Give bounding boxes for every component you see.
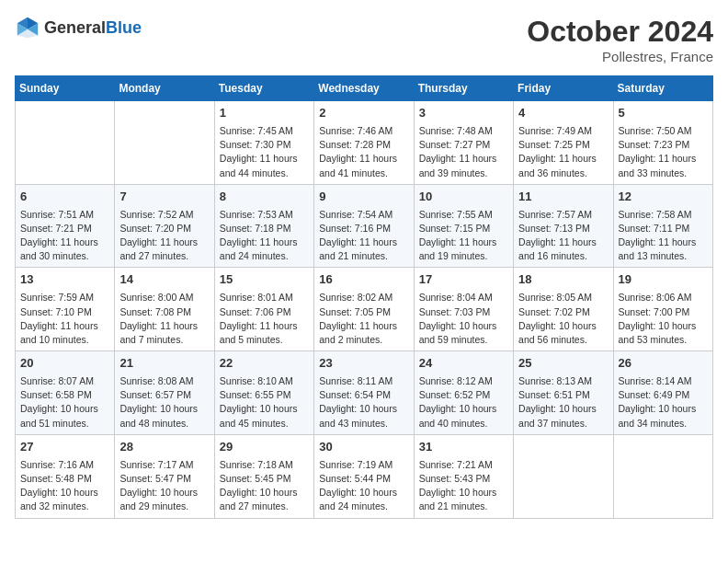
day-info: Sunrise: 7:49 AM Sunset: 7:25 PM Dayligh… [518, 124, 608, 180]
day-number: 16 [319, 271, 408, 289]
day-number: 14 [119, 271, 209, 289]
day-info: Sunrise: 8:14 AM Sunset: 6:49 PM Dayligh… [619, 374, 708, 431]
day-info: Sunrise: 8:00 AM Sunset: 7:08 PM Dayligh… [119, 291, 209, 347]
calendar-cell: 3Sunrise: 7:48 AM Sunset: 7:27 PM Daylig… [414, 101, 513, 185]
day-number: 21 [119, 355, 209, 373]
day-info: Sunrise: 8:08 AM Sunset: 6:57 PM Dayligh… [119, 374, 209, 431]
page-header: GeneralBlue October 2024 Pollestres, Fra… [15, 15, 713, 64]
day-info: Sunrise: 7:53 AM Sunset: 7:18 PM Dayligh… [220, 208, 309, 264]
day-info: Sunrise: 7:55 AM Sunset: 7:15 PM Dayligh… [419, 208, 508, 264]
calendar-cell [115, 101, 214, 185]
day-number: 26 [619, 355, 708, 373]
day-info: Sunrise: 7:50 AM Sunset: 7:23 PM Dayligh… [619, 124, 708, 180]
calendar-cell: 24Sunrise: 8:12 AM Sunset: 6:52 PM Dayli… [414, 351, 513, 435]
calendar-cell: 22Sunrise: 8:10 AM Sunset: 6:55 PM Dayli… [214, 351, 313, 435]
calendar-cell: 2Sunrise: 7:46 AM Sunset: 7:28 PM Daylig… [314, 101, 414, 185]
day-info: Sunrise: 7:51 AM Sunset: 7:21 PM Dayligh… [20, 208, 109, 264]
day-number: 15 [220, 271, 309, 289]
calendar-cell: 20Sunrise: 8:07 AM Sunset: 6:58 PM Dayli… [16, 351, 115, 435]
calendar-cell: 14Sunrise: 8:00 AM Sunset: 7:08 PM Dayli… [115, 268, 214, 351]
day-info: Sunrise: 7:46 AM Sunset: 7:28 PM Dayligh… [319, 124, 408, 180]
calendar-cell: 9Sunrise: 7:54 AM Sunset: 7:16 PM Daylig… [314, 184, 414, 268]
calendar-cell: 15Sunrise: 8:01 AM Sunset: 7:06 PM Dayli… [214, 268, 313, 351]
day-info: Sunrise: 7:19 AM Sunset: 5:44 PM Dayligh… [319, 458, 408, 514]
day-info: Sunrise: 8:12 AM Sunset: 6:52 PM Dayligh… [419, 374, 508, 431]
logo-text: GeneralBlue [44, 18, 142, 38]
logo: GeneralBlue [15, 15, 142, 40]
day-number: 8 [220, 189, 309, 206]
calendar-cell: 13Sunrise: 7:59 AM Sunset: 7:10 PM Dayli… [16, 268, 115, 351]
day-info: Sunrise: 7:18 AM Sunset: 5:45 PM Dayligh… [220, 458, 309, 514]
day-info: Sunrise: 8:01 AM Sunset: 7:06 PM Dayligh… [220, 291, 309, 347]
day-number: 13 [20, 271, 109, 289]
day-number: 3 [419, 105, 508, 122]
header-row: SundayMondayTuesdayWednesdayThursdayFrid… [16, 76, 713, 101]
calendar-cell: 25Sunrise: 8:13 AM Sunset: 6:51 PM Dayli… [514, 351, 613, 435]
day-number: 19 [619, 271, 708, 289]
day-info: Sunrise: 7:48 AM Sunset: 7:27 PM Dayligh… [419, 124, 508, 180]
column-header-monday: Monday [115, 76, 214, 101]
day-number: 7 [119, 189, 209, 206]
calendar-cell: 23Sunrise: 8:11 AM Sunset: 6:54 PM Dayli… [314, 351, 414, 435]
day-number: 17 [419, 271, 508, 289]
calendar-cell: 30Sunrise: 7:19 AM Sunset: 5:44 PM Dayli… [314, 434, 414, 518]
day-info: Sunrise: 7:52 AM Sunset: 7:20 PM Dayligh… [119, 208, 209, 264]
calendar-cell: 19Sunrise: 8:06 AM Sunset: 7:00 PM Dayli… [613, 268, 712, 351]
day-number: 27 [20, 439, 109, 456]
calendar-cell: 8Sunrise: 7:53 AM Sunset: 7:18 PM Daylig… [214, 184, 313, 268]
location-title: Pollestres, France [527, 49, 713, 64]
calendar-cell: 12Sunrise: 7:58 AM Sunset: 7:11 PM Dayli… [613, 184, 712, 268]
calendar-cell: 16Sunrise: 8:02 AM Sunset: 7:05 PM Dayli… [314, 268, 414, 351]
day-info: Sunrise: 7:57 AM Sunset: 7:13 PM Dayligh… [518, 208, 608, 264]
day-number: 12 [619, 189, 708, 206]
title-block: October 2024 Pollestres, France [527, 15, 713, 64]
day-info: Sunrise: 7:17 AM Sunset: 5:47 PM Dayligh… [119, 458, 209, 514]
week-row-5: 27Sunrise: 7:16 AM Sunset: 5:48 PM Dayli… [16, 434, 713, 518]
week-row-1: 1Sunrise: 7:45 AM Sunset: 7:30 PM Daylig… [16, 101, 713, 185]
day-number: 28 [119, 439, 209, 456]
calendar-cell: 7Sunrise: 7:52 AM Sunset: 7:20 PM Daylig… [115, 184, 214, 268]
week-row-3: 13Sunrise: 7:59 AM Sunset: 7:10 PM Dayli… [16, 268, 713, 351]
calendar-cell: 29Sunrise: 7:18 AM Sunset: 5:45 PM Dayli… [214, 434, 313, 518]
day-number: 4 [518, 105, 608, 122]
calendar-cell: 17Sunrise: 8:04 AM Sunset: 7:03 PM Dayli… [414, 268, 513, 351]
day-number: 31 [419, 439, 508, 456]
calendar-cell: 10Sunrise: 7:55 AM Sunset: 7:15 PM Dayli… [414, 184, 513, 268]
day-info: Sunrise: 7:58 AM Sunset: 7:11 PM Dayligh… [619, 208, 708, 264]
day-number: 25 [518, 355, 608, 373]
calendar-cell [16, 101, 115, 185]
day-info: Sunrise: 7:59 AM Sunset: 7:10 PM Dayligh… [20, 291, 109, 347]
logo-icon [15, 15, 40, 40]
day-info: Sunrise: 7:45 AM Sunset: 7:30 PM Dayligh… [220, 124, 309, 180]
day-info: Sunrise: 7:16 AM Sunset: 5:48 PM Dayligh… [20, 458, 109, 514]
column-header-saturday: Saturday [613, 76, 712, 101]
day-info: Sunrise: 8:10 AM Sunset: 6:55 PM Dayligh… [220, 374, 309, 431]
day-info: Sunrise: 7:54 AM Sunset: 7:16 PM Dayligh… [319, 208, 408, 264]
day-number: 10 [419, 189, 508, 206]
calendar-table: SundayMondayTuesdayWednesdayThursdayFrid… [15, 75, 713, 519]
day-number: 18 [518, 271, 608, 289]
day-info: Sunrise: 8:06 AM Sunset: 7:00 PM Dayligh… [619, 291, 708, 347]
day-number: 11 [518, 189, 608, 206]
day-info: Sunrise: 8:05 AM Sunset: 7:02 PM Dayligh… [518, 291, 608, 347]
calendar-cell: 11Sunrise: 7:57 AM Sunset: 7:13 PM Dayli… [514, 184, 613, 268]
calendar-cell: 6Sunrise: 7:51 AM Sunset: 7:21 PM Daylig… [16, 184, 115, 268]
column-header-sunday: Sunday [16, 76, 115, 101]
day-number: 23 [319, 355, 408, 373]
day-number: 29 [220, 439, 309, 456]
column-header-wednesday: Wednesday [314, 76, 414, 101]
calendar-cell: 18Sunrise: 8:05 AM Sunset: 7:02 PM Dayli… [514, 268, 613, 351]
column-header-friday: Friday [514, 76, 613, 101]
day-number: 30 [319, 439, 408, 456]
day-info: Sunrise: 8:07 AM Sunset: 6:58 PM Dayligh… [20, 374, 109, 431]
calendar-cell: 21Sunrise: 8:08 AM Sunset: 6:57 PM Dayli… [115, 351, 214, 435]
column-header-tuesday: Tuesday [214, 76, 313, 101]
week-row-4: 20Sunrise: 8:07 AM Sunset: 6:58 PM Dayli… [16, 351, 713, 435]
day-number: 6 [20, 189, 109, 206]
calendar-cell: 31Sunrise: 7:21 AM Sunset: 5:43 PM Dayli… [414, 434, 513, 518]
day-info: Sunrise: 7:21 AM Sunset: 5:43 PM Dayligh… [419, 458, 508, 514]
calendar-cell: 28Sunrise: 7:17 AM Sunset: 5:47 PM Dayli… [115, 434, 214, 518]
calendar-cell [514, 434, 613, 518]
column-header-thursday: Thursday [414, 76, 513, 101]
day-info: Sunrise: 8:04 AM Sunset: 7:03 PM Dayligh… [419, 291, 508, 347]
